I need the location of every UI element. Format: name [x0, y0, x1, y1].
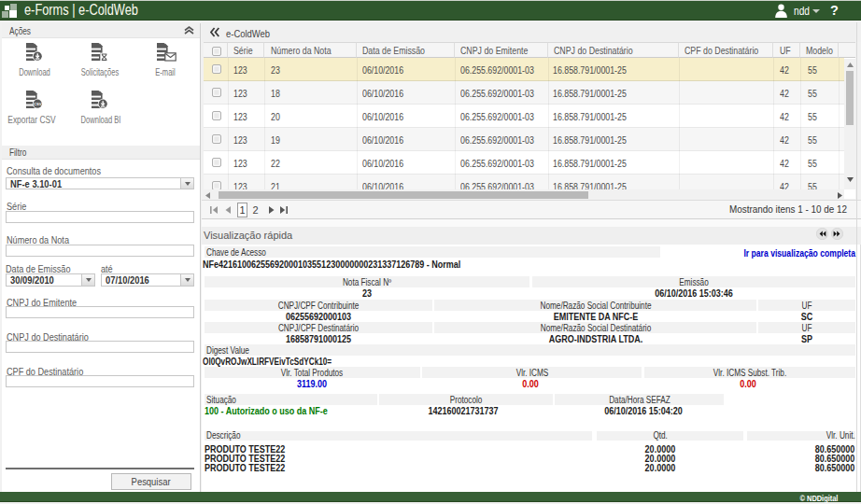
svg-text:CSV: CSV: [34, 102, 42, 106]
